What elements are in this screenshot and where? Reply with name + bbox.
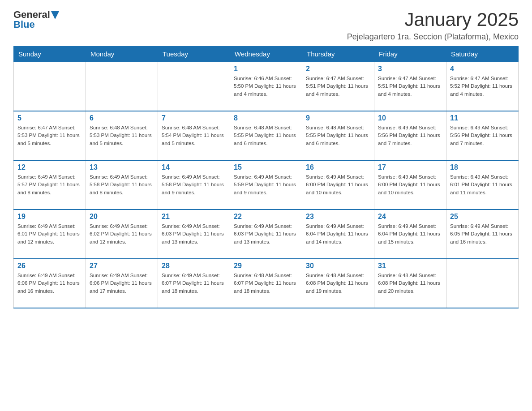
day-info: Sunrise: 6:49 AM Sunset: 6:03 PM Dayligh… — [234, 223, 298, 246]
day-number: 22 — [234, 213, 298, 221]
calendar-week-1: 1Sunrise: 6:46 AM Sunset: 5:50 PM Daylig… — [14, 62, 519, 111]
calendar-cell: 23Sunrise: 6:49 AM Sunset: 6:04 PM Dayli… — [302, 210, 374, 259]
calendar-cell — [14, 62, 86, 111]
calendar-cell — [446, 259, 519, 308]
day-number: 9 — [306, 114, 370, 122]
day-info: Sunrise: 6:49 AM Sunset: 6:01 PM Dayligh… — [450, 173, 515, 197]
calendar-table: SundayMondayTuesdayWednesdayThursdayFrid… — [13, 46, 519, 308]
page-header: General Blue January 2025 Pejelagartero … — [13, 9, 519, 42]
day-info: Sunrise: 6:48 AM Sunset: 5:55 PM Dayligh… — [306, 124, 370, 147]
day-info: Sunrise: 6:48 AM Sunset: 6:08 PM Dayligh… — [378, 272, 442, 295]
day-number: 16 — [306, 163, 370, 171]
day-info: Sunrise: 6:48 AM Sunset: 6:07 PM Dayligh… — [234, 272, 298, 295]
day-number: 30 — [306, 262, 370, 270]
calendar-cell: 28Sunrise: 6:49 AM Sunset: 6:07 PM Dayli… — [158, 259, 230, 308]
day-number: 20 — [90, 213, 154, 221]
day-info: Sunrise: 6:48 AM Sunset: 5:54 PM Dayligh… — [162, 124, 226, 147]
day-info: Sunrise: 6:47 AM Sunset: 5:53 PM Dayligh… — [17, 124, 82, 147]
calendar-cell: 26Sunrise: 6:49 AM Sunset: 6:06 PM Dayli… — [14, 259, 86, 308]
day-number: 28 — [162, 262, 226, 270]
day-number: 13 — [90, 163, 154, 171]
svg-marker-0 — [51, 11, 59, 19]
day-number: 17 — [378, 163, 442, 171]
day-number: 14 — [162, 163, 226, 171]
day-number: 23 — [306, 213, 370, 221]
day-number: 25 — [450, 213, 515, 221]
calendar-cell: 25Sunrise: 6:49 AM Sunset: 6:05 PM Dayli… — [446, 210, 519, 259]
day-info: Sunrise: 6:48 AM Sunset: 6:08 PM Dayligh… — [306, 272, 370, 295]
page-title: January 2025 — [347, 9, 519, 30]
logo-arrow-icon — [51, 11, 59, 19]
calendar-cell: 20Sunrise: 6:49 AM Sunset: 6:02 PM Dayli… — [86, 210, 158, 259]
day-number: 11 — [450, 114, 515, 122]
day-info: Sunrise: 6:47 AM Sunset: 5:52 PM Dayligh… — [450, 75, 515, 98]
day-number: 15 — [234, 163, 298, 171]
day-number: 27 — [90, 262, 154, 270]
calendar-week-5: 26Sunrise: 6:49 AM Sunset: 6:06 PM Dayli… — [14, 259, 519, 308]
day-number: 10 — [378, 114, 442, 122]
logo-blue: Blue — [13, 19, 35, 30]
day-info: Sunrise: 6:49 AM Sunset: 6:04 PM Dayligh… — [378, 223, 442, 246]
calendar-cell: 11Sunrise: 6:49 AM Sunset: 5:56 PM Dayli… — [446, 111, 519, 160]
day-info: Sunrise: 6:49 AM Sunset: 5:59 PM Dayligh… — [234, 173, 298, 197]
calendar-week-3: 12Sunrise: 6:49 AM Sunset: 5:57 PM Dayli… — [14, 160, 519, 210]
calendar-cell: 6Sunrise: 6:48 AM Sunset: 5:53 PM Daylig… — [86, 111, 158, 160]
day-info: Sunrise: 6:49 AM Sunset: 5:58 PM Dayligh… — [162, 173, 226, 197]
calendar-week-4: 19Sunrise: 6:49 AM Sunset: 6:01 PM Dayli… — [14, 210, 519, 259]
day-number: 31 — [378, 262, 442, 270]
col-header-sunday: Sunday — [14, 47, 86, 62]
day-info: Sunrise: 6:49 AM Sunset: 6:05 PM Dayligh… — [450, 223, 515, 246]
calendar-cell — [86, 62, 158, 111]
col-header-friday: Friday — [374, 47, 446, 62]
day-number: 21 — [162, 213, 226, 221]
calendar-cell: 30Sunrise: 6:48 AM Sunset: 6:08 PM Dayli… — [302, 259, 374, 308]
day-number: 8 — [234, 114, 298, 122]
day-number: 29 — [234, 262, 298, 270]
calendar-header-row: SundayMondayTuesdayWednesdayThursdayFrid… — [14, 47, 519, 62]
day-info: Sunrise: 6:49 AM Sunset: 6:01 PM Dayligh… — [17, 223, 82, 246]
day-info: Sunrise: 6:49 AM Sunset: 5:57 PM Dayligh… — [17, 173, 82, 197]
day-number: 1 — [234, 65, 298, 73]
day-info: Sunrise: 6:49 AM Sunset: 5:56 PM Dayligh… — [378, 124, 442, 147]
subtitle: Pejelagartero 1ra. Seccion (Plataforma),… — [347, 32, 519, 42]
day-number: 5 — [17, 114, 82, 122]
col-header-monday: Monday — [86, 47, 158, 62]
calendar-cell: 13Sunrise: 6:49 AM Sunset: 5:58 PM Dayli… — [86, 160, 158, 210]
calendar-cell: 18Sunrise: 6:49 AM Sunset: 6:01 PM Dayli… — [446, 160, 519, 210]
col-header-tuesday: Tuesday — [158, 47, 230, 62]
day-number: 19 — [17, 213, 82, 221]
day-info: Sunrise: 6:49 AM Sunset: 6:06 PM Dayligh… — [90, 272, 154, 295]
day-number: 2 — [306, 65, 370, 73]
calendar-cell: 22Sunrise: 6:49 AM Sunset: 6:03 PM Dayli… — [230, 210, 302, 259]
day-number: 7 — [162, 114, 226, 122]
calendar-cell: 2Sunrise: 6:47 AM Sunset: 5:51 PM Daylig… — [302, 62, 374, 111]
calendar-cell: 8Sunrise: 6:48 AM Sunset: 5:55 PM Daylig… — [230, 111, 302, 160]
calendar-cell: 3Sunrise: 6:47 AM Sunset: 5:51 PM Daylig… — [374, 62, 446, 111]
day-info: Sunrise: 6:49 AM Sunset: 5:56 PM Dayligh… — [450, 124, 515, 147]
day-number: 12 — [17, 163, 82, 171]
day-info: Sunrise: 6:49 AM Sunset: 6:00 PM Dayligh… — [306, 173, 370, 197]
calendar-week-2: 5Sunrise: 6:47 AM Sunset: 5:53 PM Daylig… — [14, 111, 519, 160]
calendar-cell: 14Sunrise: 6:49 AM Sunset: 5:58 PM Dayli… — [158, 160, 230, 210]
calendar-cell: 29Sunrise: 6:48 AM Sunset: 6:07 PM Dayli… — [230, 259, 302, 308]
day-number: 6 — [90, 114, 154, 122]
calendar-cell: 1Sunrise: 6:46 AM Sunset: 5:50 PM Daylig… — [230, 62, 302, 111]
calendar-cell: 4Sunrise: 6:47 AM Sunset: 5:52 PM Daylig… — [446, 62, 519, 111]
day-number: 26 — [17, 262, 82, 270]
day-info: Sunrise: 6:49 AM Sunset: 6:06 PM Dayligh… — [17, 272, 82, 295]
day-number: 3 — [378, 65, 442, 73]
day-info: Sunrise: 6:47 AM Sunset: 5:51 PM Dayligh… — [306, 75, 370, 98]
day-number: 4 — [450, 65, 515, 73]
calendar-cell: 17Sunrise: 6:49 AM Sunset: 6:00 PM Dayli… — [374, 160, 446, 210]
calendar-cell: 16Sunrise: 6:49 AM Sunset: 6:00 PM Dayli… — [302, 160, 374, 210]
day-number: 24 — [378, 213, 442, 221]
col-header-thursday: Thursday — [302, 47, 374, 62]
logo: General Blue — [13, 9, 59, 30]
day-number: 18 — [450, 163, 515, 171]
calendar-cell: 31Sunrise: 6:48 AM Sunset: 6:08 PM Dayli… — [374, 259, 446, 308]
calendar-cell: 5Sunrise: 6:47 AM Sunset: 5:53 PM Daylig… — [14, 111, 86, 160]
col-header-saturday: Saturday — [446, 47, 519, 62]
calendar-cell: 15Sunrise: 6:49 AM Sunset: 5:59 PM Dayli… — [230, 160, 302, 210]
day-info: Sunrise: 6:46 AM Sunset: 5:50 PM Dayligh… — [234, 75, 298, 98]
calendar-cell: 27Sunrise: 6:49 AM Sunset: 6:06 PM Dayli… — [86, 259, 158, 308]
